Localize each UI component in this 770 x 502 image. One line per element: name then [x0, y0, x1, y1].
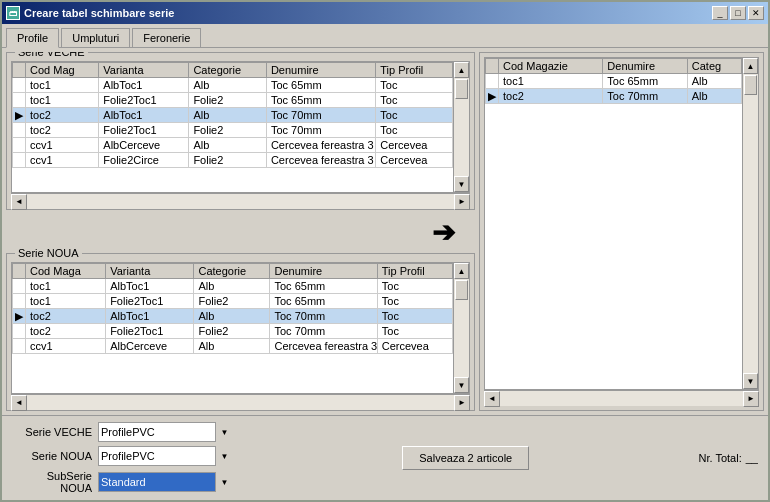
cell-categorie: Folie2	[194, 294, 270, 309]
hscroll-track	[27, 194, 454, 209]
hscroll-left[interactable]: ◄	[11, 194, 27, 210]
cell-tip-profil: Toc	[376, 108, 453, 123]
th-indicator-n	[13, 264, 26, 279]
serie-veche-title: Serie VECHE	[15, 52, 88, 58]
close-button[interactable]: ✕	[748, 6, 764, 20]
table-row[interactable]: ▶ toc2 AlbToc1 Alb Toc 70mm Toc	[13, 309, 453, 324]
cell-varianta: Folie2Circe	[99, 153, 189, 168]
hscroll-left-n[interactable]: ◄	[11, 395, 27, 411]
right-vscroll-down[interactable]: ▼	[743, 373, 758, 389]
table-row[interactable]: toc2 Folie2Toc1 Folie2 Toc 70mm Toc	[13, 123, 453, 138]
rhscroll-left[interactable]: ◄	[484, 391, 500, 407]
cell-cod-mag: toc1	[26, 78, 99, 93]
serie-veche-select[interactable]: ProfilePVC	[98, 422, 233, 442]
cell-categ: Alb	[687, 89, 741, 104]
cell-denumire: Cercevea fereastra 3 camere	[266, 138, 375, 153]
hscroll-right-n[interactable]: ►	[454, 395, 470, 411]
subserie-noua-label: SubSerie NOUA	[12, 470, 92, 494]
table-row[interactable]: ▶ toc2 Toc 70mm Alb	[486, 89, 742, 104]
serie-noua-select[interactable]: ProfilePVC	[98, 446, 233, 466]
cell-denumire: Toc 70mm	[270, 309, 377, 324]
tab-feronerie[interactable]: Feronerie	[132, 28, 201, 47]
table-row[interactable]: toc2 Folie2Toc1 Folie2 Toc 70mm Toc	[13, 324, 453, 339]
cell-varianta: AlbCerceve	[99, 138, 189, 153]
cell-denumire: Toc 70mm	[266, 123, 375, 138]
minimize-button[interactable]: _	[712, 6, 728, 20]
serie-noua-group: Serie NOUA Cod Maga Varianta Categorie D…	[6, 253, 475, 411]
maximize-button[interactable]: □	[730, 6, 746, 20]
serie-noua-hscroll: ◄ ►	[11, 394, 470, 410]
vscroll-up[interactable]: ▲	[454, 62, 469, 78]
cell-denumire: Cercevea fereastra 3 camere	[270, 339, 377, 354]
row-indicator: ▶	[13, 108, 26, 123]
serie-veche-vscroll: ▲ ▼	[453, 62, 469, 192]
table-row[interactable]: ccv1 Folie2Circe Folie2 Cercevea fereast…	[13, 153, 453, 168]
cell-categorie: Alb	[194, 279, 270, 294]
cell-tip-profil: Toc	[376, 123, 453, 138]
cell-tip-profil: Toc	[377, 324, 452, 339]
rhscroll-right[interactable]: ►	[743, 391, 759, 407]
cell-denumire: Toc 70mm	[270, 324, 377, 339]
row-indicator	[13, 123, 26, 138]
save-button[interactable]: Salveaza 2 articole	[402, 446, 529, 470]
serie-veche-hscroll: ◄ ►	[11, 193, 470, 209]
table-row[interactable]: toc1 Folie2Toc1 Folie2 Toc 65mm Toc	[13, 93, 453, 108]
tab-umpluturi[interactable]: Umpluturi	[61, 28, 130, 47]
cell-cod-mag: toc2	[26, 123, 99, 138]
cell-denumire: Toc 65mm	[266, 93, 375, 108]
cell-varianta: AlbToc1	[106, 279, 194, 294]
th-indicator	[13, 63, 26, 78]
cell-categorie: Alb	[189, 108, 267, 123]
subserie-noua-select[interactable]: Standard	[98, 472, 233, 492]
th-cod-mag: Cod Mag	[26, 63, 99, 78]
row-indicator	[13, 294, 26, 309]
tab-profile[interactable]: Profile	[6, 28, 59, 48]
tab-bar: Profile Umpluturi Feronerie	[2, 24, 768, 48]
vscroll-up-n[interactable]: ▲	[454, 263, 469, 279]
cell-categorie: Alb	[194, 339, 270, 354]
vscroll-down-n[interactable]: ▼	[454, 377, 469, 393]
cell-cod-mag: toc1	[26, 279, 106, 294]
subserie-noua-select-wrapper: Standard ▼	[98, 472, 233, 492]
serie-noua-vscroll: ▲ ▼	[453, 263, 469, 393]
cell-denumire: Cercevea fereastra 3 camere	[266, 153, 375, 168]
cell-varianta: Folie2Toc1	[106, 324, 194, 339]
cell-cod-mag: toc2	[26, 309, 106, 324]
cell-denumire: Toc 70mm	[603, 89, 687, 104]
bottom-form: Serie VECHE ProfilePVC ▼ Serie NOUA Prof…	[12, 422, 233, 494]
cell-categorie: Folie2	[189, 123, 267, 138]
cell-cod-mag: ccv1	[26, 138, 99, 153]
title-buttons: _ □ ✕	[712, 6, 764, 20]
cell-tip-profil: Toc	[376, 78, 453, 93]
right-hscroll: ◄ ►	[484, 390, 759, 406]
serie-veche-group: Serie VECHE Cod Mag Varianta Categorie D…	[6, 52, 475, 210]
transfer-arrow[interactable]: ➔	[432, 216, 455, 249]
table-row[interactable]: toc1 AlbToc1 Alb Toc 65mm Toc	[13, 279, 453, 294]
rth-denumire: Denumire	[603, 59, 687, 74]
cell-tip-profil: Toc	[377, 294, 452, 309]
left-panel: Serie VECHE Cod Mag Varianta Categorie D…	[6, 52, 475, 411]
nr-total-label: Nr. Total:	[699, 452, 742, 464]
vscroll-down[interactable]: ▼	[454, 176, 469, 192]
row-indicator	[486, 74, 499, 89]
window-icon: 🗃	[6, 6, 20, 20]
serie-noua-select-wrapper: ProfilePVC ▼	[98, 446, 233, 466]
window-title: Creare tabel schimbare serie	[24, 7, 174, 19]
table-row[interactable]: toc1 Folie2Toc1 Folie2 Toc 65mm Toc	[13, 294, 453, 309]
serie-noua-row: Serie NOUA ProfilePVC ▼	[12, 446, 233, 466]
th-varianta-n: Varianta	[106, 264, 194, 279]
table-row[interactable]: toc1 AlbToc1 Alb Toc 65mm Toc	[13, 78, 453, 93]
vscroll-thumb-n	[455, 280, 468, 300]
cell-varianta: AlbToc1	[99, 108, 189, 123]
right-table-wrapper: Cod Magazie Denumire Categ toc1 Toc 65mm…	[484, 57, 759, 390]
table-row[interactable]: ccv1 AlbCerceve Alb Cercevea fereastra 3…	[13, 339, 453, 354]
cell-categorie: Folie2	[189, 93, 267, 108]
hscroll-right[interactable]: ►	[454, 194, 470, 210]
table-row[interactable]: toc1 Toc 65mm Alb	[486, 74, 742, 89]
right-panel: Cod Magazie Denumire Categ toc1 Toc 65mm…	[479, 52, 764, 411]
right-vscroll-up[interactable]: ▲	[743, 58, 758, 74]
table-row[interactable]: ccv1 AlbCerceve Alb Cercevea fereastra 3…	[13, 138, 453, 153]
row-indicator	[13, 324, 26, 339]
vscroll-track-n	[454, 279, 469, 377]
table-row[interactable]: ▶ toc2 AlbToc1 Alb Toc 70mm Toc	[13, 108, 453, 123]
